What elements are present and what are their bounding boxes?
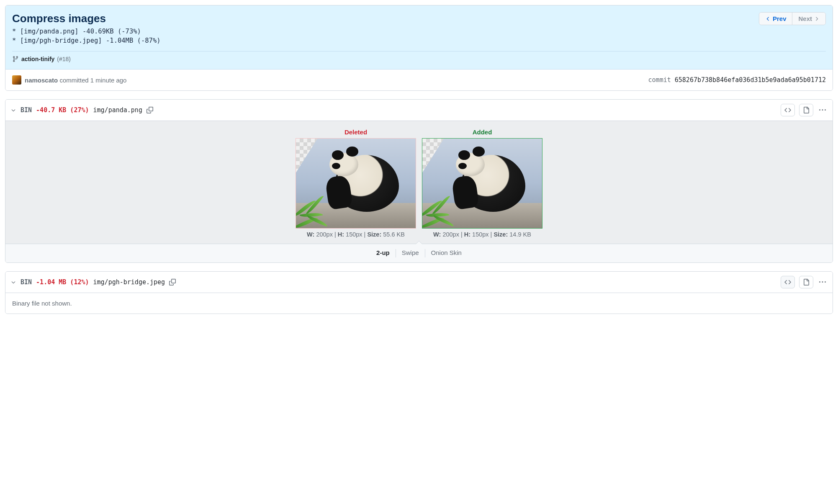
code-icon — [784, 107, 791, 113]
file-menu-button[interactable] — [817, 107, 828, 113]
copy-path-button[interactable] — [169, 279, 176, 285]
file-icon — [803, 279, 810, 285]
added-image-column: Added — [422, 129, 542, 238]
committed-time: committed 1 minute ago — [59, 77, 126, 84]
binary-not-shown: Binary file not shown. — [5, 293, 833, 314]
chevron-left-icon — [765, 16, 771, 22]
file-icon — [803, 107, 810, 113]
prev-button[interactable]: Prev — [759, 13, 793, 25]
view-modes: 2-up Swipe Onion Skin — [5, 244, 833, 262]
chevron-down-icon — [10, 279, 16, 285]
binary-label: BIN — [21, 106, 32, 114]
prev-next-group: Prev Next — [759, 12, 826, 25]
kebab-icon — [819, 107, 826, 113]
chevron-right-icon — [814, 16, 820, 22]
mode-onion-skin[interactable]: Onion Skin — [425, 249, 468, 257]
commit-author[interactable]: namoscato — [25, 77, 58, 84]
diff-stat: -1.04 MB (12%) — [36, 278, 89, 286]
image-diff-body: Deleted — [5, 121, 833, 244]
prev-label: Prev — [773, 15, 787, 22]
next-button[interactable]: Next — [792, 13, 825, 25]
file-diff-card: BIN -1.04 MB (12%) img/pgh-bridge.jpeg B… — [5, 271, 833, 314]
view-source-button[interactable] — [781, 276, 795, 288]
commit-box: Compress images * [img/panda.png] -40.69… — [5, 5, 833, 91]
commit-title: Compress images — [12, 12, 161, 25]
commit-header: Compress images * [img/panda.png] -40.69… — [5, 5, 833, 69]
code-icon — [784, 279, 791, 285]
view-source-button[interactable] — [781, 104, 795, 116]
branch-name[interactable]: action-tinify — [21, 56, 54, 62]
branch-row: action-tinify (#18) — [12, 51, 826, 62]
commit-sha-block: commit 658267b738b846efa036d31b5e9ada6a9… — [648, 76, 826, 84]
copy-icon — [147, 107, 153, 113]
deleted-label: Deleted — [296, 129, 416, 136]
deleted-meta: W: 200px | H: 150px | Size: 55.6 KB — [296, 231, 416, 238]
file-path[interactable]: img/panda.png — [93, 106, 142, 114]
avatar[interactable] — [12, 75, 21, 85]
file-path[interactable]: img/pgh-bridge.jpeg — [93, 278, 165, 286]
file-header: BIN -40.7 KB (27%) img/panda.png — [5, 100, 833, 121]
diff-stat: -40.7 KB (27%) — [36, 106, 89, 114]
copy-path-button[interactable] — [147, 107, 153, 113]
sha-label: commit — [648, 76, 671, 84]
deleted-image-column: Deleted — [296, 129, 416, 238]
chevron-down-icon — [10, 107, 16, 113]
commit-sha[interactable]: 658267b738b846efa036d31b5e9ada6a95b01712 — [675, 76, 826, 84]
binary-label: BIN — [21, 278, 32, 286]
committer-row: namoscato committed 1 minute ago commit … — [5, 69, 833, 90]
mode-swipe[interactable]: Swipe — [396, 249, 425, 257]
added-meta: W: 200px | H: 150px | Size: 14.9 KB — [422, 231, 542, 238]
pr-reference[interactable]: (#18) — [57, 56, 71, 62]
file-menu-button[interactable] — [817, 279, 828, 285]
commit-body-line: * [img/pgh-bridge.jpeg] -1.04MB (-87%) — [12, 37, 161, 44]
copy-icon — [169, 279, 176, 285]
kebab-icon — [819, 279, 826, 285]
collapse-toggle[interactable] — [10, 279, 16, 285]
added-label: Added — [422, 129, 542, 136]
file-header: BIN -1.04 MB (12%) img/pgh-bridge.jpeg — [5, 272, 833, 293]
deleted-image[interactable] — [296, 138, 416, 229]
view-file-button[interactable] — [799, 104, 813, 116]
mode-2up[interactable]: 2-up — [370, 249, 396, 257]
git-branch-icon — [12, 56, 19, 62]
commit-body-line: * [img/panda.png] -40.69KB (-73%) — [12, 28, 161, 35]
next-label: Next — [798, 15, 812, 22]
collapse-toggle[interactable] — [10, 107, 16, 113]
file-diff-card: BIN -40.7 KB (27%) img/panda.png Deleted — [5, 99, 833, 263]
view-file-button[interactable] — [799, 276, 813, 288]
added-image[interactable] — [422, 138, 542, 229]
